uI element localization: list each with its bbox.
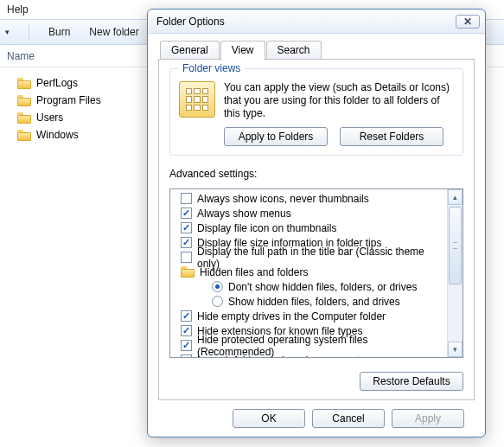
dialog-footer: OK Cancel Apply: [158, 400, 475, 428]
folder-icon: [181, 266, 195, 278]
new-folder-button[interactable]: New folder: [89, 26, 138, 38]
file-name: Users: [36, 112, 63, 124]
advanced-option[interactable]: Show hidden files, folders, and drives: [170, 294, 447, 309]
folder-icon: [17, 95, 31, 106]
checkbox[interactable]: [181, 340, 192, 351]
menu-help[interactable]: Help: [7, 3, 29, 16]
scroll-up-button[interactable]: ▴: [448, 189, 463, 205]
apply-to-folders-button[interactable]: Apply to Folders: [224, 127, 328, 146]
option-label: Display file icon on thumbnails: [197, 222, 336, 234]
folder-views-icon: [179, 81, 215, 118]
checkbox[interactable]: [181, 310, 192, 322]
radio[interactable]: [212, 296, 223, 307]
chevron-down-icon: ▾: [5, 28, 10, 36]
toolbar-separator: [29, 23, 29, 41]
file-name: PerfLogs: [36, 77, 78, 89]
radio[interactable]: [212, 281, 223, 292]
file-name: Program Files: [36, 94, 101, 106]
checkbox[interactable]: [181, 252, 192, 263]
dialog-title: Folder Options: [156, 16, 456, 28]
scroll-down-button[interactable]: ▾: [448, 342, 463, 357]
advanced-option[interactable]: Don't show hidden files, folders, or dri…: [170, 279, 447, 294]
scrollbar[interactable]: ▴ ▾: [447, 189, 463, 357]
toolbar-dropdown[interactable]: ▾: [5, 28, 10, 36]
tab-general[interactable]: General: [160, 41, 220, 60]
advanced-option[interactable]: Hide empty drives in the Computer folder: [170, 309, 447, 323]
folder-views-legend: Folder views: [179, 62, 244, 74]
checkbox[interactable]: [181, 325, 192, 336]
checkbox[interactable]: [181, 222, 192, 233]
burn-button[interactable]: Burn: [48, 26, 70, 38]
folder-icon: [17, 78, 31, 89]
folder-icon: [17, 130, 31, 141]
tab-view-pane: Folder views You can apply the view (suc…: [158, 60, 475, 400]
checkbox[interactable]: [181, 237, 192, 248]
advanced-option[interactable]: Display file icon on thumbnails: [170, 220, 447, 235]
option-label: Always show icons, never thumbnails: [197, 193, 369, 205]
reset-folders-button[interactable]: Reset Folders: [340, 127, 443, 146]
ok-button[interactable]: OK: [233, 409, 305, 428]
restore-defaults-button[interactable]: Restore Defaults: [360, 372, 463, 391]
advanced-option[interactable]: Display the full path in the title bar (…: [170, 250, 447, 265]
close-button[interactable]: ✕: [456, 15, 480, 29]
folder-options-dialog: Folder Options ✕ General View Search Fol…: [147, 9, 486, 437]
folder-views-text: You can apply the view (such as Details …: [224, 81, 454, 120]
apply-button[interactable]: Apply: [392, 409, 464, 428]
close-icon: ✕: [463, 16, 472, 28]
option-label: Show hidden files, folders, and drives: [228, 296, 400, 308]
advanced-option[interactable]: Hide protected operating system files (R…: [170, 338, 447, 353]
tabstrip: General View Search: [158, 41, 475, 60]
advanced-option[interactable]: Always show menus: [170, 206, 447, 220]
dialog-titlebar[interactable]: Folder Options ✕: [148, 10, 485, 34]
advanced-option[interactable]: Always show icons, never thumbnails: [170, 191, 447, 206]
option-label: Launch folder windows in a separate proc…: [197, 354, 405, 358]
advanced-label: Advanced settings:: [169, 168, 463, 180]
option-label: Always show menus: [197, 208, 291, 220]
advanced-settings-box: Always show icons, never thumbnailsAlway…: [169, 188, 463, 358]
option-label: Don't show hidden files, folders, or dri…: [228, 281, 417, 293]
checkbox[interactable]: [181, 208, 192, 219]
advanced-settings-list[interactable]: Always show icons, never thumbnailsAlway…: [170, 189, 447, 357]
option-label: Hide empty drives in the Computer folder: [197, 310, 386, 322]
folder-views-group: Folder views You can apply the view (suc…: [169, 68, 463, 156]
tab-view[interactable]: View: [220, 41, 265, 61]
checkbox[interactable]: [181, 354, 192, 357]
cancel-button[interactable]: Cancel: [312, 409, 385, 428]
checkbox[interactable]: [181, 193, 192, 204]
scroll-thumb[interactable]: [449, 207, 462, 284]
option-label: Hidden files and folders: [200, 266, 308, 278]
folder-icon: [17, 112, 31, 124]
column-name[interactable]: Name: [7, 50, 35, 62]
tab-search[interactable]: Search: [266, 41, 322, 60]
scroll-track[interactable]: [448, 205, 463, 342]
file-name: Windows: [36, 129, 79, 141]
dialog-client: General View Search Folder views You can…: [148, 34, 485, 437]
